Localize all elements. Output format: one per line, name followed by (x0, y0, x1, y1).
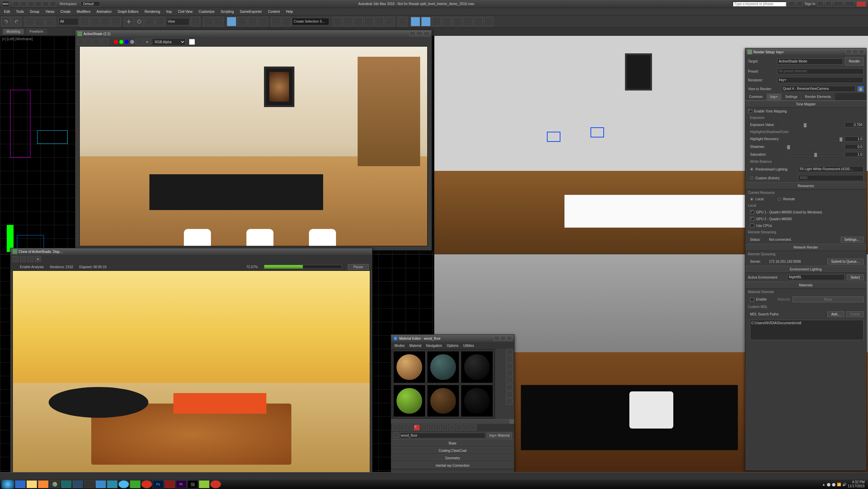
section-network[interactable]: Network Render (745, 244, 866, 251)
target-dropdown[interactable]: ActiveShade Mode (777, 58, 843, 65)
menu-help[interactable]: Help (283, 9, 296, 14)
bind-icon[interactable] (46, 17, 55, 26)
me-menu-navigation[interactable]: Navigation (424, 343, 444, 348)
wb-custom-radio[interactable] (750, 176, 753, 180)
keyboard-icon[interactable] (214, 17, 223, 26)
mirror-icon[interactable] (333, 17, 342, 26)
me-menu-options[interactable]: Options (445, 343, 460, 348)
qat-link-icon[interactable] (50, 1, 56, 7)
render-iterative-icon[interactable] (442, 17, 452, 26)
active-env-dropdown[interactable]: NightIBL (787, 274, 845, 280)
gpu2-checkbox[interactable] (750, 217, 754, 221)
tb-chrome-icon[interactable] (49, 480, 60, 488)
percent-snap-icon[interactable] (248, 17, 257, 26)
me-maximize-button[interactable] (500, 336, 506, 341)
me-menu-modes[interactable]: Modes (392, 343, 407, 348)
cw-copy-icon[interactable] (20, 256, 26, 262)
as-red-dot-icon[interactable] (114, 40, 118, 44)
exposure-value[interactable]: -3.709 (845, 122, 864, 127)
tb-app8-icon[interactable] (199, 480, 210, 488)
me-minimize-button[interactable] (494, 336, 499, 341)
shadows-value[interactable]: 0.0 (845, 144, 864, 149)
named-selection-icon[interactable] (271, 17, 281, 26)
ribbon-toggle-icon[interactable] (364, 17, 373, 26)
as-clone-icon[interactable] (94, 38, 100, 45)
me-options-icon[interactable] (506, 384, 513, 390)
as-channel-dropdown[interactable]: RGB Alpha (152, 38, 186, 46)
tb-skype-icon[interactable] (118, 480, 129, 488)
qat-save-icon[interactable] (28, 1, 34, 7)
menu-grapheditors[interactable]: Graph Editors (115, 9, 141, 14)
as-mono-icon[interactable] (136, 38, 142, 45)
me-menu-utilities[interactable]: Utilities (461, 343, 476, 348)
section-tonemapper[interactable]: Tone Mapper (745, 101, 866, 108)
tb-explorer-icon[interactable] (26, 480, 37, 488)
section-materials[interactable]: Materials (745, 282, 866, 289)
tb-app4-icon[interactable] (107, 480, 118, 488)
menu-tools[interactable]: Tools (13, 9, 26, 14)
mat-enable-checkbox[interactable] (750, 298, 754, 302)
tb-mediaplayer-icon[interactable] (38, 480, 49, 488)
tb-3dsmax-icon[interactable] (61, 480, 72, 488)
rollout-coating[interactable]: Coating ClearCoat (391, 447, 514, 454)
angle-snap-icon[interactable] (237, 17, 247, 26)
material-editor-icon[interactable] (398, 17, 407, 26)
schematic-view-icon[interactable] (385, 17, 394, 26)
tb-nvidia-icon[interactable]: ⬛ (187, 480, 198, 488)
ribbon-tab-modeling[interactable]: Modeling (3, 29, 24, 34)
cw-save-icon[interactable] (13, 256, 19, 262)
as-close-button[interactable] (424, 31, 430, 36)
render-production-icon[interactable] (432, 17, 441, 26)
exchange-icon[interactable] (817, 1, 823, 7)
mat-slot-3[interactable] (461, 351, 493, 383)
cw-close-icon[interactable]: ✕ (35, 256, 41, 262)
tb-app9-icon[interactable] (210, 480, 221, 488)
tb-app7-icon[interactable] (164, 480, 175, 488)
menu-create[interactable]: Create (58, 9, 73, 14)
undo-icon[interactable] (1, 17, 11, 26)
me-make-unique-icon[interactable] (428, 424, 434, 431)
submit-queue-button[interactable]: Submit to Queue… (827, 259, 864, 264)
exposure-slider[interactable] (782, 124, 843, 126)
highlight-slider[interactable] (786, 138, 843, 140)
select-icon[interactable] (80, 17, 89, 26)
qat-open-icon[interactable] (20, 1, 26, 7)
remote-radio[interactable] (778, 198, 781, 201)
menu-scripting[interactable]: Scripting (218, 9, 237, 14)
help-icon[interactable] (825, 1, 831, 7)
menu-civilview[interactable]: Civil View (175, 9, 195, 14)
tb-photoshop-icon[interactable]: Ps (153, 480, 164, 488)
taskbar-clock[interactable]: 4:32 PM 11/17/2015 (848, 480, 867, 488)
spinner-snap-icon[interactable] (258, 17, 268, 26)
rollout-base[interactable]: Base (391, 439, 514, 447)
tray-icon-1[interactable]: ⬤ (827, 483, 830, 486)
as-minimize-button[interactable] (409, 31, 415, 36)
selection-filter-dropdown[interactable]: All (58, 18, 79, 25)
dropper-icon[interactable] (393, 433, 399, 438)
me-make-copy-icon[interactable] (421, 424, 427, 431)
tb-premiere-icon[interactable]: Pr (176, 480, 187, 488)
me-video-icon[interactable] (506, 377, 513, 383)
mat-none-button[interactable]: None (793, 297, 864, 302)
as-alpha-dot-icon[interactable] (130, 40, 134, 44)
me-matid-icon[interactable] (506, 398, 513, 405)
remote-settings-button[interactable]: Settings… (841, 237, 864, 242)
rs-tab-settings[interactable]: Settings (781, 93, 801, 100)
window-crossing-icon[interactable] (111, 17, 121, 26)
me-show-end-icon[interactable] (456, 424, 462, 431)
refcoord-dropdown[interactable]: View (166, 18, 190, 25)
section-envlight[interactable]: Environment Lighting (745, 266, 866, 273)
me-matid-channel-icon[interactable] (442, 424, 448, 431)
me-go-parent-icon[interactable] (463, 424, 469, 431)
wb-custom-value[interactable]: 4150 (798, 175, 864, 181)
me-go-sibling-icon[interactable] (471, 424, 477, 431)
rs-tab-common[interactable]: Common (745, 93, 767, 100)
menu-group[interactable]: Group (27, 9, 42, 14)
qat-undo-icon[interactable] (35, 1, 41, 7)
as-copy-icon[interactable] (86, 38, 92, 45)
align-icon[interactable] (343, 17, 353, 26)
saturation-value[interactable]: 1.0 (845, 152, 864, 157)
select-region-icon[interactable] (101, 17, 110, 26)
rs-tab-elements[interactable]: Render Elements (801, 93, 835, 100)
me-put-to-lib-icon[interactable] (435, 424, 441, 431)
